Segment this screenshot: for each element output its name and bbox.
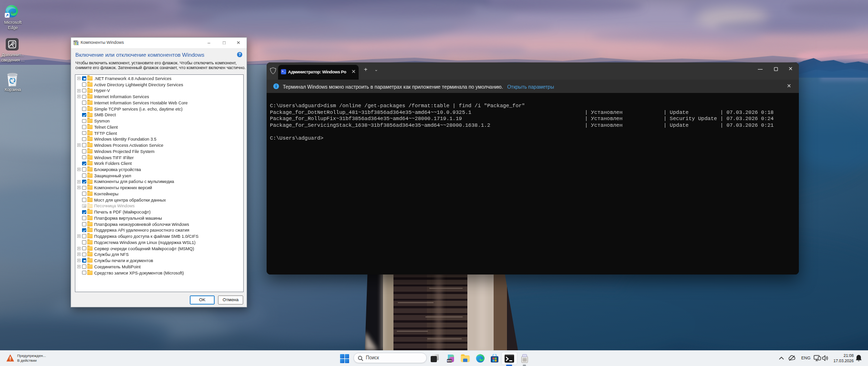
- svg-text:MXS: MXS: [447, 360, 452, 362]
